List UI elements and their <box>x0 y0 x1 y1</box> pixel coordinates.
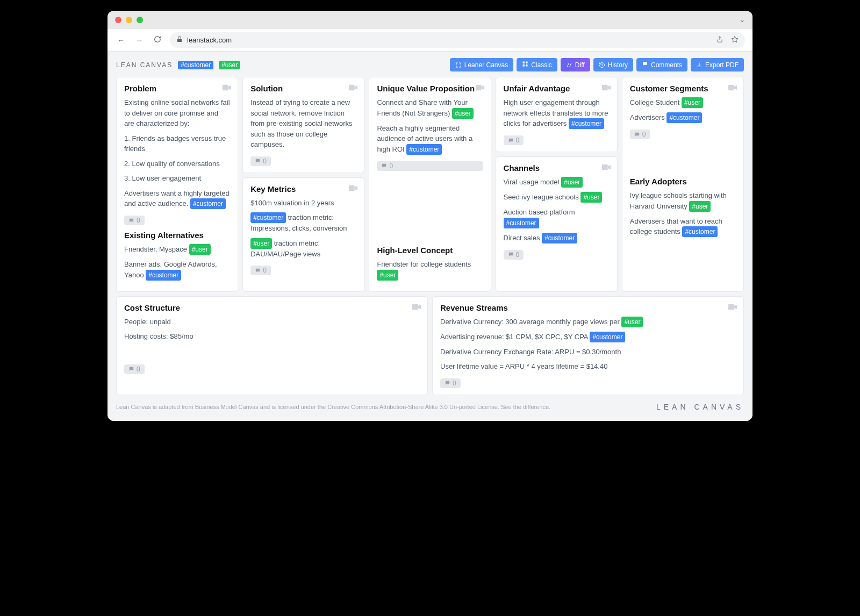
comment-pill[interactable]: 0 <box>250 266 271 275</box>
uvp-line-2: Reach a highly segmented audience of act… <box>377 123 483 155</box>
star-icon[interactable] <box>731 35 739 45</box>
canvas-bottom-row: Cost Structure People: unpaid Hosting co… <box>116 296 744 395</box>
tag-user[interactable]: #user <box>621 317 643 327</box>
reload-button[interactable] <box>152 33 163 47</box>
window-close-button[interactable] <box>115 17 121 23</box>
card-problem[interactable]: Problem Existing online social networks … <box>116 77 238 292</box>
revenue-l4: User lifetime value = ARPU * 4 years lif… <box>440 361 736 372</box>
comment-pill[interactable]: 0 <box>124 216 145 225</box>
problem-title: Problem <box>124 84 230 93</box>
tag-customer[interactable]: #customer <box>250 212 286 223</box>
window-maximize-button[interactable] <box>137 17 143 23</box>
comment-pill[interactable]: 0 <box>504 250 524 260</box>
card-uvp[interactable]: Unique Value Proposition Connect and Sha… <box>369 77 491 292</box>
cost-l1: People: unpaid <box>124 317 420 327</box>
video-icon <box>476 84 484 92</box>
export-pdf-button[interactable]: Export PDF <box>691 58 744 71</box>
uvp-line-1: Connect and Share with Your Friends (Not… <box>377 97 483 119</box>
metrics-valuation: $100m valuation in 2 years <box>250 198 356 209</box>
svg-rect-1 <box>526 62 528 64</box>
window-titlebar: ⌄ <box>108 11 752 29</box>
svg-rect-5 <box>349 85 355 91</box>
back-button[interactable]: ← <box>115 34 127 47</box>
tag-user[interactable]: #user <box>250 238 272 249</box>
tag-user[interactable]: #user <box>561 177 583 188</box>
solution-body: Instead of trying to create a new social… <box>250 97 356 150</box>
tag-customer[interactable]: #customer <box>406 144 442 155</box>
card-cost-structure[interactable]: Cost Structure People: unpaid Hosting co… <box>116 296 428 395</box>
header-tag-user[interactable]: #user <box>219 61 240 69</box>
comment-pill[interactable]: 0 <box>124 364 145 374</box>
card-solution[interactable]: Solution Instead of trying to create a n… <box>242 77 364 173</box>
card-customer-segments[interactable]: Customer Segments College Student #user … <box>622 77 744 292</box>
card-channels[interactable]: Channels Viral usage model #user Seed iv… <box>496 156 618 292</box>
revenue-l1: Derivative Currency: 300 average monthly… <box>440 317 736 327</box>
svg-rect-8 <box>602 85 608 91</box>
video-icon <box>602 84 611 92</box>
address-bar[interactable]: leanstack.com <box>170 32 745 48</box>
header-tag-customer[interactable]: #customer <box>178 61 213 69</box>
hlc-text: Friendster for college students <box>377 260 471 268</box>
channels-l2: Seed ivy league schools #user <box>504 192 610 203</box>
comments-label: Comments <box>651 61 682 69</box>
channels-l2-text: Seed ivy league schools <box>504 193 581 201</box>
footer-note: Lean Canvas is adapted from Business Mod… <box>116 404 550 410</box>
app-header: LEAN CANVAS #customer #user Leaner Canva… <box>116 58 744 71</box>
tag-customer[interactable]: #customer <box>542 233 577 243</box>
problem-intro: Existing online social networks fail to … <box>124 97 230 129</box>
tag-customer[interactable]: #customer <box>569 118 604 129</box>
tag-user[interactable]: #user <box>377 270 398 281</box>
comment-count: 0 <box>389 162 393 170</box>
comment-pill[interactable]: 0 <box>377 161 483 171</box>
tag-customer[interactable]: #customer <box>146 270 181 281</box>
lock-icon <box>176 36 183 44</box>
advantage-title: Unfair Advantage <box>504 84 610 93</box>
tag-user[interactable]: #user <box>189 244 211 255</box>
diff-label: Diff <box>575 61 585 69</box>
comment-pill[interactable]: 0 <box>440 378 461 388</box>
svg-rect-3 <box>526 65 528 67</box>
classic-label: Classic <box>531 61 552 69</box>
tag-user[interactable]: #user <box>452 108 474 119</box>
tag-user[interactable]: #user <box>689 201 711 212</box>
segments-l1-text: College Student <box>630 98 682 106</box>
window-minimize-button[interactable] <box>126 17 132 23</box>
segments-l2-text: Advertisers <box>630 113 667 121</box>
history-label: History <box>608 61 628 69</box>
revenue-l2: Advertising revenue: $1 CPM, $X CPC, $Y … <box>440 332 736 342</box>
diff-button[interactable]: Diff <box>561 58 590 71</box>
channels-title: Channels <box>504 163 610 173</box>
early-adopters-title: Early Adopters <box>630 177 736 186</box>
alt1-text: Friendster, Myspace <box>124 245 189 253</box>
leaner-canvas-button[interactable]: Leaner Canvas <box>450 58 513 71</box>
chevron-down-icon[interactable]: ⌄ <box>740 16 745 24</box>
tag-user[interactable]: #user <box>682 97 703 108</box>
tag-customer[interactable]: #customer <box>666 112 702 123</box>
comment-count: 0 <box>642 131 646 138</box>
classic-button[interactable]: Classic <box>517 58 557 71</box>
header-actions: Leaner Canvas Classic Diff History Comme… <box>450 58 744 71</box>
card-key-metrics[interactable]: Key Metrics $100m valuation in 2 years #… <box>242 177 364 292</box>
tag-customer[interactable]: #customer <box>504 218 539 228</box>
cost-title: Cost Structure <box>124 303 420 312</box>
footer: Lean Canvas is adapted from Business Mod… <box>116 403 744 411</box>
history-button[interactable]: History <box>593 58 633 71</box>
tag-customer[interactable]: #customer <box>190 198 226 209</box>
share-icon[interactable] <box>716 35 723 45</box>
card-revenue-streams[interactable]: Revenue Streams Derivative Currency: 300… <box>432 296 744 395</box>
ea-line-1: Ivy league schools starting with Harvard… <box>630 190 736 212</box>
svg-rect-9 <box>602 164 608 170</box>
tag-customer[interactable]: #customer <box>590 332 625 342</box>
card-unfair-advantage[interactable]: Unfair Advantage High user engagement th… <box>496 77 618 152</box>
canvas-grid: Problem Existing online social networks … <box>116 77 744 292</box>
tag-customer[interactable]: #customer <box>682 226 718 237</box>
tag-user[interactable]: #user <box>580 192 602 203</box>
forward-button[interactable]: → <box>133 34 145 47</box>
comment-pill[interactable]: 0 <box>504 135 524 145</box>
comments-button[interactable]: Comments <box>636 58 687 71</box>
comment-count: 0 <box>137 366 140 373</box>
brand-label: LEAN CANVAS <box>116 61 173 69</box>
comment-pill[interactable]: 0 <box>630 130 650 139</box>
app-body: LEAN CANVAS #customer #user Leaner Canva… <box>108 52 752 421</box>
comment-pill[interactable]: 0 <box>250 156 271 166</box>
